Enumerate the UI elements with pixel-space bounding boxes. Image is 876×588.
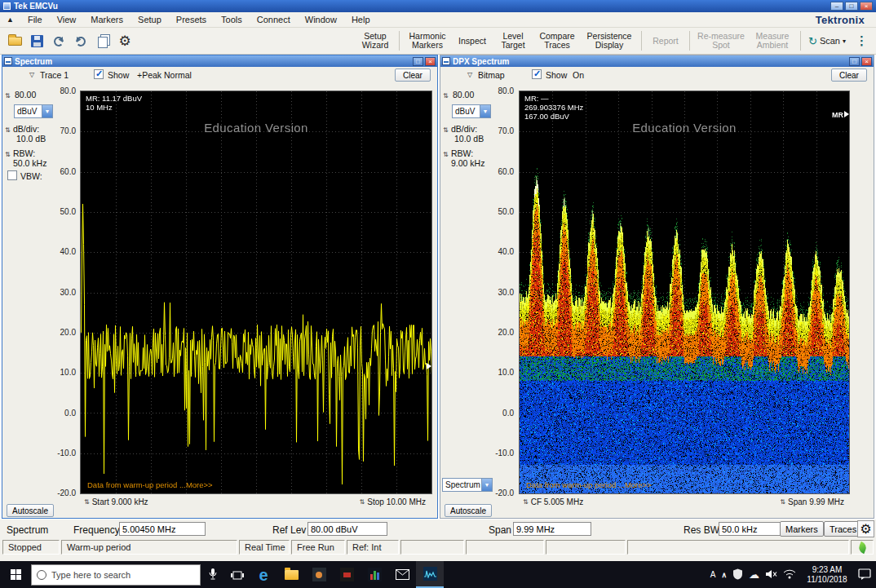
ref-level-value[interactable]: 80.00: [453, 90, 474, 99]
persistence-display-button[interactable]: Persistence Display: [582, 30, 636, 51]
remeasure-spot-button[interactable]: Re-measure Spot: [695, 30, 747, 51]
autoscale-button[interactable]: Autoscale: [445, 504, 492, 517]
measure-ambient-button[interactable]: Measure Ambient: [750, 30, 795, 51]
task-view-icon[interactable]: [225, 561, 250, 588]
menu-view[interactable]: View: [50, 15, 84, 24]
open-icon[interactable]: [5, 31, 24, 51]
mail-icon[interactable]: [388, 561, 416, 588]
report-button[interactable]: Report: [647, 35, 684, 47]
start-button[interactable]: [0, 561, 31, 588]
start-spinner[interactable]: ⇅: [84, 498, 90, 506]
span-label[interactable]: ⇅ Span 9.99 MHz: [780, 497, 844, 506]
start-frequency-label[interactable]: ⇅ Start 9.000 kHz: [84, 497, 148, 506]
copy-icon[interactable]: [93, 31, 113, 51]
clear-button[interactable]: Clear: [831, 69, 867, 82]
taskbar-search[interactable]: [31, 564, 201, 586]
rbw-value[interactable]: 50.0 kHz: [13, 158, 46, 168]
ref-level-spinner[interactable]: ⇅: [5, 92, 11, 99]
file-explorer-icon[interactable]: [277, 561, 305, 588]
spectrum-panel-titlebar[interactable]: Spectrum □ ×: [2, 55, 437, 67]
edge-icon[interactable]: e: [250, 561, 277, 588]
menu-file[interactable]: File: [20, 15, 50, 24]
dpx-bitmap-plot[interactable]: MR: — 269.903376 MHz 167.00 dBuV Educati…: [519, 91, 850, 494]
show-checkbox[interactable]: [94, 69, 104, 79]
db-div-value[interactable]: 10.0 dB: [454, 134, 484, 144]
ref-lev-input[interactable]: [307, 522, 387, 536]
inspect-button[interactable]: Inspect: [453, 35, 492, 47]
chevron-down-icon[interactable]: ▼: [42, 105, 52, 117]
harmonic-markers-button[interactable]: Harmonic Markers: [405, 30, 450, 51]
chevron-down-icon[interactable]: ▼: [480, 105, 490, 117]
warmup-note[interactable]: Data from warm-up period ...More>>: [87, 480, 213, 489]
action-center-icon[interactable]: [858, 568, 871, 581]
rbw-value[interactable]: 9.00 kHz: [451, 158, 484, 168]
show-checkbox[interactable]: [532, 69, 542, 79]
db-div-value[interactable]: 10.0 dB: [16, 134, 46, 144]
language-indicator[interactable]: A: [710, 570, 716, 579]
menu-tools[interactable]: Tools: [214, 15, 250, 24]
span-spinner[interactable]: ⇅: [780, 498, 785, 506]
maximize-button[interactable]: □: [845, 2, 858, 11]
menu-connect[interactable]: Connect: [250, 15, 298, 24]
level-target-button[interactable]: Level Target: [494, 30, 532, 51]
spectrum-plot[interactable]: MR: 11.17 dBuV 10 MHz Education Version …: [80, 91, 432, 494]
clear-button[interactable]: Clear: [395, 69, 431, 82]
app-tile-1-icon[interactable]: [305, 561, 333, 588]
microphone-icon[interactable]: [201, 561, 225, 588]
stop-spinner[interactable]: ⇅: [360, 498, 365, 506]
center-frequency-label[interactable]: ⇅ CF 5.005 MHz: [523, 497, 583, 506]
span-input[interactable]: [513, 522, 591, 536]
ref-level-spinner[interactable]: ⇅: [443, 92, 449, 99]
undo-icon[interactable]: [49, 31, 69, 51]
hidden-icons-chevron-icon[interactable]: ∧: [721, 571, 727, 579]
taskbar-clock[interactable]: 9:23 AM 11/10/2018: [802, 565, 852, 585]
dpx-panel-titlebar[interactable]: DPX Spectrum □ ×: [440, 55, 874, 67]
settings-gear-icon[interactable]: ⚙: [115, 31, 135, 51]
markers-button[interactable]: Markers: [780, 521, 824, 537]
dpx-bitmap-canvas[interactable]: [520, 91, 849, 493]
dpx-close-button[interactable]: ×: [861, 57, 872, 66]
settings-gear-button[interactable]: ⚙: [857, 520, 874, 537]
save-icon[interactable]: [27, 31, 46, 51]
spectrum-plot-canvas[interactable]: [81, 91, 431, 493]
menu-help[interactable]: Help: [344, 15, 378, 24]
spectrum-close-button[interactable]: ×: [425, 57, 436, 66]
units-combo[interactable]: dBuV ▼: [452, 104, 491, 118]
setup-wizard-button[interactable]: Setup Wizard: [356, 30, 394, 51]
scan-button[interactable]: ↻ Scan ▾: [806, 34, 848, 48]
ref-level-value[interactable]: 80.00: [15, 90, 36, 99]
app-tile-3-icon[interactable]: [361, 561, 388, 588]
wifi-icon[interactable]: [783, 569, 796, 581]
display-mode-combo[interactable]: Spectrum ▼: [442, 478, 493, 492]
vbw-checkbox[interactable]: [7, 170, 17, 180]
emcvu-taskbar-icon[interactable]: [416, 561, 444, 588]
rbw-spinner[interactable]: ⇅: [5, 151, 11, 158]
frequency-input[interactable]: [119, 522, 206, 536]
toolbar-overflow-icon[interactable]: ⋮: [856, 33, 868, 48]
compare-traces-button[interactable]: Compare Traces: [534, 30, 580, 51]
units-combo[interactable]: dBuV ▼: [14, 104, 53, 118]
app-tile-2-icon[interactable]: [333, 561, 361, 588]
cf-spinner[interactable]: ⇅: [523, 498, 529, 506]
taskbar-search-input[interactable]: [51, 570, 182, 580]
trace-selector[interactable]: Trace 1: [40, 70, 69, 80]
onedrive-cloud-icon[interactable]: ☁: [749, 569, 759, 580]
menu-setup[interactable]: Setup: [131, 15, 169, 24]
speaker-muted-icon[interactable]: [765, 569, 777, 581]
autoscale-button[interactable]: Autoscale: [7, 504, 54, 517]
menu-markers[interactable]: Markers: [83, 15, 131, 24]
rbw-spinner[interactable]: ⇅: [443, 151, 449, 158]
collapse-menu-icon[interactable]: ▲: [7, 15, 14, 24]
db-div-spinner[interactable]: ⇅: [443, 126, 449, 134]
spectrum-maximize-button[interactable]: □: [413, 57, 423, 66]
security-shield-icon[interactable]: [732, 568, 743, 581]
redo-icon[interactable]: [71, 31, 91, 51]
menu-presets[interactable]: Presets: [169, 15, 214, 24]
stop-frequency-label[interactable]: ⇅ Stop 10.00 MHz: [360, 497, 426, 506]
warmup-note[interactable]: Data from warm-up period ...More>>: [526, 480, 652, 489]
bitmap-dropdown-chevron[interactable]: ▽: [467, 71, 472, 78]
minimize-button[interactable]: –: [830, 2, 843, 11]
bitmap-selector[interactable]: Bitmap: [478, 70, 505, 80]
dpx-maximize-button[interactable]: □: [849, 57, 860, 66]
chevron-down-icon[interactable]: ▼: [481, 479, 492, 491]
